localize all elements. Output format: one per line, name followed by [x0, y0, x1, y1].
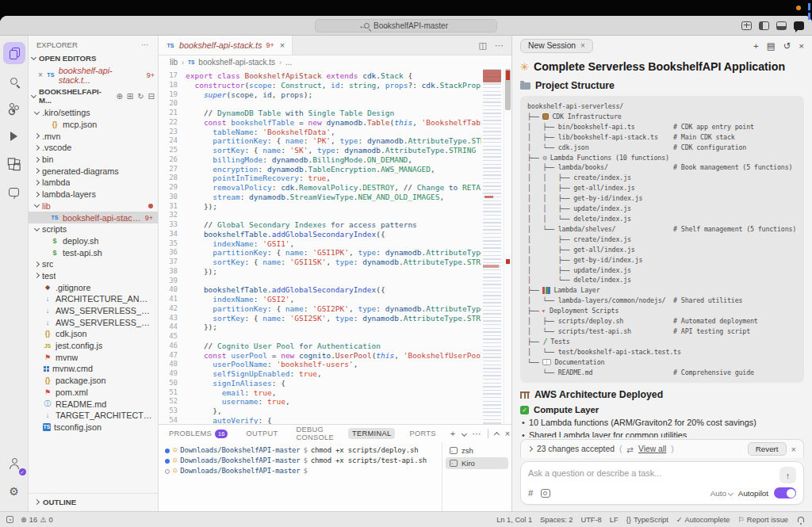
tree-item-lib[interactable]: lib — [29, 200, 158, 212]
code-editor[interactable]: 1718192021222324252627282930313233343536… — [159, 69, 511, 424]
expand-changes-icon[interactable] — [527, 446, 533, 452]
tree-item-test[interactable]: test — [29, 270, 158, 282]
new-file-icon[interactable]: ⊕ — [116, 92, 122, 101]
minimap[interactable] — [481, 69, 504, 424]
tree-item-TARGET_ARCHITECTURE_AWS_...[interactable]: ↓TARGET_ARCHITECTURE_AWS_... — [29, 410, 158, 422]
view-all-link[interactable]: View all — [638, 445, 666, 453]
close-panel-icon[interactable]: × — [505, 429, 511, 438]
autopilot-toggle[interactable] — [774, 487, 796, 498]
tree-item-lambda-layers[interactable]: lambda-layers — [29, 189, 158, 200]
activity-debug-button[interactable] — [3, 125, 25, 147]
tree-item-.vscode[interactable]: .vscode — [29, 142, 158, 154]
panel-more-icon[interactable]: ⋯ — [473, 429, 481, 439]
chat-session-tab[interactable]: New Session × — [520, 39, 593, 53]
activity-extensions-button[interactable] — [3, 153, 25, 175]
tree-item-.gitignore[interactable]: ◆.gitignore — [29, 281, 158, 293]
breadcrumb-item[interactable]: ... — [285, 58, 292, 67]
revert-button[interactable]: Revert — [748, 442, 787, 456]
activity-source-control-button[interactable] — [3, 97, 25, 120]
tree-item-bin[interactable]: bin — [29, 154, 158, 166]
tree-item-AWS_SERVERLESS_ACCURATE_...[interactable]: ↓AWS_SERVERLESS_ACCURATE_... — [29, 305, 158, 317]
tree-item-lambda[interactable]: lambda — [29, 177, 158, 189]
tree-item-README.md[interactable]: ⓘREADME.md — [29, 398, 158, 410]
tree-item-mcp.json[interactable]: {}mcp.json — [29, 119, 158, 131]
explorer-more-icon[interactable]: ⋯ — [141, 40, 150, 49]
activity-search-button[interactable] — [3, 70, 25, 92]
tree-item-deploy.sh[interactable]: $deploy.sh — [29, 235, 158, 247]
status-item-lf[interactable]: LF — [610, 516, 619, 524]
new-terminal-icon[interactable]: + — [450, 429, 456, 438]
mode-selector[interactable]: Auto — [710, 489, 733, 498]
task-list-icon[interactable]: ▤ — [767, 40, 776, 52]
activity-explorer-button[interactable] — [3, 42, 25, 64]
new-session-icon[interactable]: + — [753, 41, 759, 51]
close-session-icon[interactable]: × — [580, 41, 585, 50]
chat-input-placeholder[interactable]: Ask a question or describe a task... — [528, 468, 779, 478]
editor-more-icon[interactable]: ⋯ — [495, 40, 504, 51]
tree-item-jest.config.js[interactable]: JSjest.config.js — [29, 340, 158, 352]
editor-scrollbar[interactable] — [504, 69, 511, 424]
terminal-dropdown-icon[interactable] — [461, 430, 466, 436]
collapse-folders-icon[interactable]: ⊟ — [148, 92, 155, 101]
tree-item-scripts[interactable]: scripts — [29, 223, 158, 235]
open-editors-header[interactable]: OPEN EDITORS — [29, 52, 158, 64]
tree-item-.mvn[interactable]: .mvn — [29, 130, 158, 142]
outline-section-header[interactable]: OUTLINE — [29, 493, 158, 511]
workspace-header[interactable]: BOOKSHELFAPI-M... ⊕ ⊞ ↻ ⊟ — [29, 86, 158, 106]
problems-status[interactable]: ⊗ 16 ⚠ 0 — [21, 515, 53, 524]
status-item-typescript[interactable]: {}TypeScript — [626, 516, 668, 524]
bell-icon[interactable] — [798, 517, 804, 522]
activity-chat-button[interactable] — [3, 181, 25, 203]
toggle-sidebar-icon[interactable] — [759, 21, 769, 30]
tree-item-test-api.sh[interactable]: $test-api.sh — [29, 246, 158, 258]
account-button[interactable]: ✓ — [3, 453, 25, 475]
toggle-chat-icon[interactable] — [794, 21, 804, 30]
open-editor-item[interactable]: × TS bookshelf-api-stack.t... 9+ — [29, 64, 158, 86]
toggle-panel-icon[interactable] — [776, 21, 787, 30]
status-item-autocomplete[interactable]: ✓Autocomplete — [676, 515, 730, 524]
terminal-instance-Kiro[interactable]: ›Kiro — [446, 457, 508, 470]
context-hash-icon[interactable]: # — [528, 488, 533, 498]
close-icon[interactable]: × — [38, 71, 43, 79]
close-tab-icon[interactable]: × — [280, 40, 285, 50]
send-button[interactable]: ↑ — [779, 467, 796, 483]
command-center-search[interactable]: BookshelfAPI-master — [315, 19, 497, 32]
tree-item-.kiro/settings[interactable]: .kiro/settings — [29, 107, 158, 119]
tree-item-tsconfig.json[interactable]: TStsconfig.json — [29, 422, 158, 433]
tree-item-package.json[interactable]: {}package.json — [29, 375, 158, 387]
panel-tab-ports[interactable]: PORTS — [405, 428, 439, 439]
status-item-utf-8[interactable]: UTF-8 — [580, 516, 601, 524]
history-forward-button[interactable]: → — [381, 20, 390, 31]
refresh-explorer-icon[interactable]: ↻ — [137, 92, 144, 101]
customize-layout-icon[interactable] — [741, 21, 752, 30]
status-item-ln-1-col-1[interactable]: Ln 1, Col 1 — [496, 516, 532, 524]
panel-tab-problems[interactable]: PROBLEMS16 — [165, 428, 232, 440]
breadcrumb-item[interactable]: lib — [170, 58, 178, 67]
breadcrumb-item[interactable]: bookshelf-api-stack.ts — [198, 58, 275, 67]
dismiss-changes-icon[interactable]: × — [791, 445, 796, 454]
maximize-panel-icon[interactable] — [494, 432, 500, 437]
editor-tab[interactable]: TS bookshelf-api-stack.ts 9+ × — [159, 36, 293, 55]
tree-item-generated-diagrams[interactable]: generated-diagrams — [29, 165, 158, 177]
tree-item-bookshelf-api-stack.ts[interactable]: TSbookshelf-api-stack.ts9+ — [29, 212, 158, 223]
tree-item-src[interactable]: src — [29, 258, 158, 270]
tree-item-AWS_SERVERLESS_COST_ANAL...[interactable]: ↓AWS_SERVERLESS_COST_ANAL... — [29, 316, 158, 328]
close-chat-icon[interactable]: × — [799, 41, 804, 51]
tree-item-mvnw.cmd[interactable]: mvnw.cmd — [29, 363, 158, 375]
history-icon[interactable]: ↺ — [783, 40, 791, 52]
panel-tab-output[interactable]: OUTPUT — [242, 428, 282, 439]
breadcrumb[interactable]: lib›TSbookshelf-api-stack.ts›... — [159, 55, 511, 69]
terminal-instance-zsh[interactable]: ›zsh — [446, 445, 508, 457]
settings-button[interactable]: ⚙ — [3, 480, 25, 502]
tree-item-cdk.json[interactable]: {}cdk.json — [29, 328, 158, 340]
status-item-report-issue[interactable]: ⚐Report issue — [737, 515, 788, 524]
chat-input-box[interactable]: Ask a question or describe a task... ↑ #… — [520, 461, 804, 505]
new-folder-icon[interactable]: ⊞ — [127, 92, 133, 101]
tree-item-pom.xml[interactable]: ⚑pom.xml — [29, 387, 158, 399]
changes-accepted-bar[interactable]: 23 changes accepted ( ⇄ View all ) Rever… — [520, 439, 804, 458]
panel-tab-terminal[interactable]: TERMINAL — [348, 428, 395, 439]
status-tool-icon[interactable] — [6, 516, 13, 523]
terminal-output[interactable]: ☺Downloads/BookshelfAPI-master $ chmod +… — [159, 442, 442, 511]
split-editor-icon[interactable]: ◫ — [479, 40, 487, 51]
tree-item-ARCHITECTURE_ANALYSIS.md[interactable]: ↓ARCHITECTURE_ANALYSIS.md — [29, 293, 158, 305]
